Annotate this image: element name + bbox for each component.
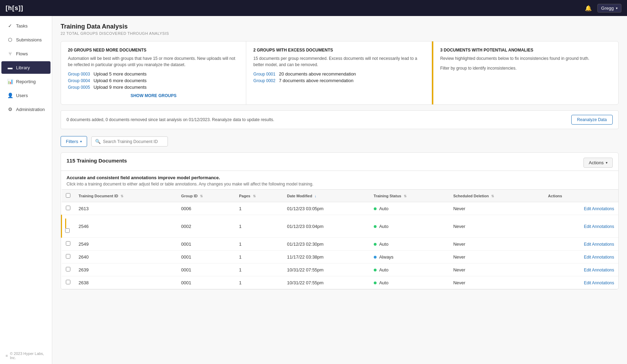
group-0002-action: 7 documents above recommendation: [279, 78, 354, 83]
row-actions: Edit Annotations: [544, 276, 618, 289]
flows-icon: ⑂: [7, 51, 13, 56]
row-checkbox[interactable]: [66, 254, 70, 259]
row-group-id: 0001: [177, 276, 235, 289]
row-doc-id: 2638: [75, 276, 177, 289]
alert-cards: 20 GROUPS NEED MORE DOCUMENTS Automation…: [61, 41, 619, 105]
edit-annotations-link[interactable]: Edit Annotations: [584, 280, 614, 285]
sidebar-item-administration[interactable]: ⚙ Administration: [1, 103, 51, 116]
col-scheduled-deletion[interactable]: Scheduled Deletion ⇅: [449, 190, 544, 202]
row-checkbox[interactable]: [66, 280, 70, 284]
table-row[interactable]: 2639 0001 1 10/31/22 07:55pm Auto Never …: [62, 263, 619, 276]
col-group-id[interactable]: Group ID ⇅: [177, 190, 235, 202]
row-checkbox[interactable]: [66, 267, 70, 271]
sidebar-footer: ≡ © 2023 Hyper Labs, Inc.: [0, 347, 52, 364]
chevron-down-icon: ▾: [80, 140, 82, 143]
chevron-down-icon: ▾: [616, 6, 618, 10]
row-checkbox-cell: [62, 263, 75, 276]
select-all-checkbox[interactable]: [66, 193, 70, 198]
group-0004-action: Upload 6 more documents: [93, 78, 146, 83]
group-0004-link[interactable]: Group 0004: [68, 78, 90, 83]
row-pages: 1: [235, 251, 283, 263]
sidebar: ✓ Tasks ⬡ Submissions ⑂ Flows ▬ Library …: [0, 16, 52, 364]
search-icon: 🔍: [95, 139, 101, 144]
table-row[interactable]: 2638 0001 1 10/31/22 07:55pm Auto Never …: [62, 276, 619, 289]
col-actions: Actions: [544, 190, 618, 202]
table-section-title: 115 Training Documents: [67, 158, 127, 164]
reanalyze-button[interactable]: Reanalyze Data: [571, 115, 613, 125]
status-label: Auto: [379, 267, 388, 272]
row-actions: Edit Annotations: [544, 251, 618, 263]
sort-group-id-icon: ⇅: [200, 194, 203, 198]
sidebar-item-library[interactable]: ▬ Library: [1, 61, 51, 74]
filters-row: Filters ▾ 🔍: [61, 136, 619, 147]
col-training-status[interactable]: Training Status ⇅: [370, 190, 449, 202]
group-0003-link[interactable]: Group 0003: [68, 72, 90, 77]
edit-annotations-link[interactable]: Edit Annotations: [584, 206, 614, 211]
sort-scheduled-deletion-icon: ⇅: [491, 194, 494, 198]
reanalyze-bar: 0 documents added, 0 documents removed s…: [61, 110, 619, 129]
sidebar-item-reporting[interactable]: 📊 Reporting: [1, 75, 51, 88]
row-scheduled-deletion: Never: [449, 263, 544, 276]
actions-button[interactable]: Actions ▾: [583, 158, 613, 168]
edit-annotations-link[interactable]: Edit Annotations: [584, 268, 614, 272]
sort-pages-icon: ⇅: [253, 194, 256, 198]
table-row[interactable]: 2640 0001 1 11/17/22 03:38pm Always Neve…: [62, 251, 619, 263]
row-date-modified: 10/31/22 07:55pm: [283, 263, 369, 276]
row-checkbox[interactable]: [65, 228, 70, 233]
status-dot: [374, 256, 377, 259]
edit-annotations-link[interactable]: Edit Annotations: [584, 224, 614, 229]
status-dot: [374, 282, 377, 284]
row-training-status: Auto: [370, 276, 449, 289]
group-0005-link[interactable]: Group 0005: [68, 85, 90, 90]
group-0002-link[interactable]: Group 0002: [253, 78, 275, 83]
sidebar-item-tasks[interactable]: ✓ Tasks: [1, 19, 51, 32]
sidebar-footer-icon[interactable]: ≡: [6, 354, 8, 358]
group-0001-link[interactable]: Group 0001: [253, 72, 275, 77]
row-doc-id: 2640: [75, 251, 177, 263]
row-group-id: 0001: [177, 263, 235, 276]
filters-button[interactable]: Filters ▾: [61, 136, 87, 147]
row-actions: Edit Annotations: [544, 215, 618, 238]
row-actions: Edit Annotations: [544, 202, 618, 215]
bell-icon[interactable]: 🔔: [585, 5, 592, 11]
row-group-id: 0006: [177, 202, 235, 215]
library-icon: ▬: [7, 65, 13, 70]
app-logo: [h[s]]: [6, 5, 23, 12]
administration-icon: ⚙: [7, 106, 13, 112]
table-row[interactable]: 2546 0002 1 01/12/23 03:04pm Auto Never …: [62, 215, 619, 238]
row-training-status: Always: [370, 251, 449, 263]
alert-excess-row-2: Group 0002 7 documents above recommendat…: [253, 78, 424, 83]
row-checkbox[interactable]: [66, 206, 70, 210]
table-body: 2613 0006 1 01/12/23 03:05pm Auto Never …: [62, 202, 619, 289]
training-documents-table: Training Document ID ⇅ Group ID ⇅ Pages …: [61, 189, 618, 289]
row-checkbox[interactable]: [66, 241, 70, 246]
col-date-modified-label: Date Modified: [287, 194, 312, 198]
status-label: Auto: [379, 206, 388, 211]
search-input[interactable]: [103, 139, 164, 144]
table-row[interactable]: 2549 0001 1 01/12/23 02:30pm Auto Never …: [62, 238, 619, 251]
status-dot: [374, 207, 377, 210]
sidebar-item-label: Library: [16, 65, 30, 70]
show-more-groups-link[interactable]: SHOW MORE GROUPS: [68, 93, 239, 98]
col-doc-id[interactable]: Training Document ID ⇅: [75, 190, 177, 202]
col-date-modified[interactable]: Date Modified ↓: [283, 190, 369, 202]
sidebar-item-submissions[interactable]: ⬡ Submissions: [1, 33, 51, 46]
row-group-id: 0001: [177, 238, 235, 251]
col-pages[interactable]: Pages ⇅: [235, 190, 283, 202]
col-scheduled-deletion-label: Scheduled Deletion: [453, 194, 489, 198]
col-pages-label: Pages: [239, 194, 250, 198]
sidebar-item-label: Tasks: [16, 23, 28, 29]
sidebar-item-users[interactable]: 👤 Users: [1, 89, 51, 102]
row-date-modified: 01/12/23 03:05pm: [283, 202, 369, 215]
page-header: Training Data Analysis 22 TOTAL GROUPS D…: [61, 23, 619, 35]
row-checkbox-cell: [62, 276, 75, 289]
table-row[interactable]: 2613 0006 1 01/12/23 03:05pm Auto Never …: [62, 202, 619, 215]
edit-annotations-link[interactable]: Edit Annotations: [584, 255, 614, 260]
reporting-icon: 📊: [7, 79, 13, 84]
row-group-id: 0001: [177, 251, 235, 263]
edit-annotations-link[interactable]: Edit Annotations: [584, 242, 614, 247]
row-scheduled-deletion: Never: [449, 276, 544, 289]
col-actions-label: Actions: [548, 194, 562, 198]
user-menu[interactable]: Gregg ▾: [597, 4, 621, 13]
sidebar-item-flows[interactable]: ⑂ Flows: [1, 47, 51, 60]
